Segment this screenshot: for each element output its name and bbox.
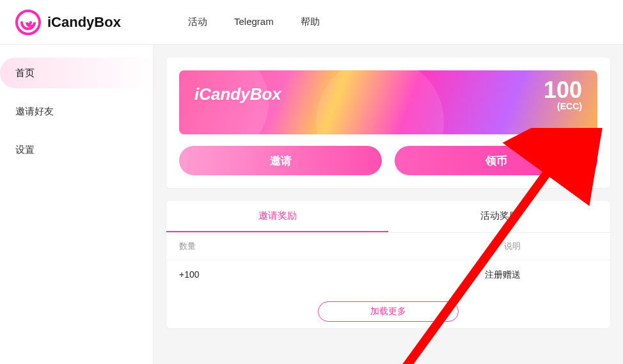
brand-name: iCandyBox [47, 14, 121, 31]
claim-button[interactable]: 领币 [395, 146, 597, 175]
nav-telegram[interactable]: Telegram [234, 16, 274, 28]
hero-banner: iCandyBox 100 (ECC) [179, 70, 597, 134]
table-head: 数量 说明 [166, 233, 610, 260]
nav-activity[interactable]: 活动 [188, 16, 207, 28]
sidebar-item-invite[interactable]: 邀请好友 [0, 96, 153, 127]
invite-button[interactable]: 邀请 [179, 146, 382, 175]
candy-spiral-icon [15, 10, 41, 35]
nav-help[interactable]: 帮助 [301, 16, 320, 28]
cell-qty: +100 [179, 269, 350, 281]
load-more-button[interactable]: 加载更多 [318, 301, 459, 322]
logo-wrap: iCandyBox [15, 10, 169, 35]
top-nav: 活动 Telegram 帮助 [188, 16, 320, 28]
tab-invite-reward[interactable]: 邀请奖励 [166, 201, 388, 232]
tab-activity-reward[interactable]: 活动奖励 [388, 201, 610, 232]
hero-card: iCandyBox 100 (ECC) 邀请 领币 [166, 58, 610, 188]
hero-title: iCandyBox [194, 84, 281, 104]
hero-button-row: 邀请 领币 [179, 146, 597, 175]
layout: 首页 邀请好友 设置 iCandyBox 100 (ECC) 邀请 领币 邀请奖… [0, 45, 623, 364]
sidebar: 首页 邀请好友 设置 [0, 45, 154, 364]
cell-desc: 注册赠送 [350, 269, 597, 281]
rewards-tabs: 邀请奖励 活动奖励 [166, 201, 610, 233]
hero-amount: 100 (ECC) [544, 77, 582, 111]
sidebar-item-settings[interactable]: 设置 [0, 134, 153, 165]
rewards-card: 邀请奖励 活动奖励 数量 说明 +100 注册赠送 加载更多 [166, 201, 610, 328]
hero-amount-value: 100 [544, 77, 582, 103]
topbar: iCandyBox 活动 Telegram 帮助 [0, 0, 623, 45]
table-row: +100 注册赠送 [166, 260, 610, 290]
main-area: iCandyBox 100 (ECC) 邀请 领币 邀请奖励 活动奖励 数量 说… [154, 45, 623, 364]
col-head-qty: 数量 [179, 241, 350, 252]
col-head-desc: 说明 [350, 241, 597, 252]
sidebar-item-home[interactable]: 首页 [0, 58, 153, 88]
load-more-wrap: 加载更多 [166, 290, 610, 328]
